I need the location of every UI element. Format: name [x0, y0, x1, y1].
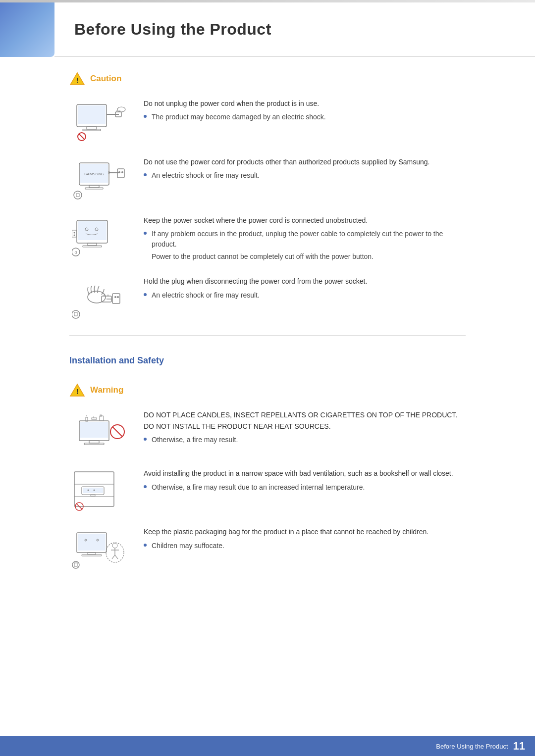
svg-rect-71: [78, 534, 106, 551]
caution-block-2-main: Do not use the power cord for products o…: [144, 156, 466, 167]
caution-block-1-text: Do not unplug the power cord when the pr…: [144, 98, 466, 124]
install-block-3: Keep the plastic packaging bag for the p…: [69, 526, 466, 571]
warning-label: Warning: [90, 385, 123, 395]
caution-icon: !: [69, 72, 85, 86]
install-block-3-bullet-1: Children may suffocate.: [144, 541, 466, 551]
section-divider: [69, 335, 466, 336]
install-block-2-text: Avoid installing the product in a narrow…: [144, 468, 466, 494]
svg-point-44: [72, 310, 80, 318]
svg-rect-49: [80, 422, 108, 438]
svg-text:!: !: [76, 76, 79, 84]
caution-label: Caution: [90, 74, 121, 84]
svg-point-66: [94, 489, 95, 491]
bullet-dot: [144, 544, 147, 547]
install-block-2-main: Avoid installing the product in a narrow…: [144, 468, 466, 479]
caution-block-2: SAMSUNG Do not use the power cord for pr…: [69, 156, 466, 201]
svg-point-41: [114, 296, 116, 298]
install-block-3-bullet-text-1: Children may suffocate.: [152, 541, 224, 551]
install-block-3-text: Keep the plastic packaging bag for the p…: [144, 526, 466, 553]
svg-text:0: 0: [74, 250, 77, 255]
install-block-1-bullet-1: Otherwise, a fire may result.: [144, 435, 466, 445]
svg-line-83: [115, 555, 118, 559]
caution-image-1: [69, 98, 129, 143]
svg-rect-57: [84, 443, 104, 445]
footer: Before Using the Product 11: [0, 736, 535, 756]
svg-rect-54: [100, 416, 104, 421]
svg-point-21: [121, 171, 123, 173]
caution-block-1: Do not unplug the power cord when the pr…: [69, 98, 466, 143]
caution-image-4: [69, 276, 129, 320]
caution-image-2: SAMSUNG: [69, 156, 129, 201]
page-title: Before Using the Product: [74, 20, 271, 39]
install-block-2-bullet-text-1: Otherwise, a fire may result due to an i…: [152, 482, 365, 493]
caution-block-4-text: Hold the plug when disconnecting the pow…: [144, 276, 466, 302]
svg-rect-3: [78, 105, 106, 124]
svg-point-23: [74, 191, 82, 199]
svg-rect-64: [83, 488, 103, 493]
page-number: 11: [513, 740, 525, 753]
caution-block-3-text: Keep the power socket where the power co…: [144, 215, 466, 262]
caution-block-3: 0 Keep the power socket where the power …: [69, 215, 466, 262]
bullet-dot: [144, 438, 147, 441]
caution-block-4-bullet-1: An electric shock or fire may result.: [144, 290, 466, 301]
svg-line-12: [79, 134, 85, 140]
svg-line-82: [112, 555, 115, 559]
header-container: Before Using the Product: [0, 2, 535, 57]
svg-text:!: !: [76, 388, 79, 396]
caution-block-3-bullet-1: If any problem occurs in the product, un…: [144, 229, 466, 250]
svg-point-20: [118, 171, 120, 173]
bullet-dot: [144, 173, 147, 176]
svg-rect-17: [85, 188, 103, 189]
svg-rect-24: [76, 194, 79, 197]
caution-block-4: Hold the plug when disconnecting the pow…: [69, 276, 466, 320]
svg-rect-5: [83, 129, 101, 131]
install-block-1-text: DO NOT PLACE CANDLES, INSECT REPELLANTS …: [144, 409, 466, 447]
caution-block-4-main: Hold the plug when disconnecting the pow…: [144, 276, 466, 287]
caution-block-1-bullet-1: The product may become damaged by an ele…: [144, 112, 466, 122]
header-title-area: Before Using the Product: [54, 2, 535, 57]
svg-point-33: [74, 234, 75, 236]
caution-block-3-bullet-text-1: If any problem occurs in the product, un…: [152, 229, 466, 250]
install-block-1-main: DO NOT PLACE CANDLES, INSECT REPELLANTS …: [144, 409, 466, 432]
blue-accent-decoration: [0, 2, 54, 57]
svg-line-59: [112, 427, 122, 437]
warning-section-heading: ! Warning: [69, 383, 466, 397]
bullet-dot: [144, 485, 147, 488]
install-block-2: Avoid installing the product in a narrow…: [69, 468, 466, 512]
bullet-dot: [144, 232, 147, 235]
caution-image-3: 0: [69, 215, 129, 259]
install-image-1: [69, 409, 129, 454]
install-image-3: [69, 526, 129, 571]
main-content: ! Caution D: [0, 72, 535, 605]
svg-rect-40: [112, 294, 120, 303]
caution-block-2-bullet-text-1: An electric shock or fire may result.: [152, 170, 260, 181]
install-block-1: DO NOT PLACE CANDLES, INSECT REPELLANTS …: [69, 409, 466, 454]
install-block-2-bullet-1: Otherwise, a fire may result due to an i…: [144, 482, 466, 493]
caution-block-3-subtext: Power to the product cannot be completel…: [152, 252, 466, 262]
warning-icon: !: [69, 383, 85, 397]
caution-section-heading: ! Caution: [69, 72, 466, 86]
caution-block-1-bullet-text-1: The product may become damaged by an ele…: [152, 112, 326, 122]
svg-rect-30: [83, 246, 102, 247]
svg-point-65: [88, 489, 89, 491]
bullet-dot: [144, 115, 147, 118]
caution-block-3-main: Keep the power socket where the power co…: [144, 215, 466, 226]
svg-rect-77: [82, 554, 102, 556]
svg-rect-85: [74, 563, 77, 566]
svg-point-42: [117, 296, 119, 298]
svg-rect-45: [74, 312, 77, 316]
svg-point-84: [72, 561, 79, 568]
caution-block-2-bullet-1: An electric shock or fire may result.: [144, 170, 466, 181]
caution-block-4-bullet-text-1: An electric shock or fire may result.: [152, 290, 260, 301]
install-block-1-bullet-text-1: Otherwise, a fire may result.: [152, 435, 238, 445]
caution-block-2-text: Do not use the power cord for products o…: [144, 156, 466, 183]
install-block-3-main: Keep the plastic packaging bag for the p…: [144, 526, 466, 537]
bullet-dot: [144, 293, 147, 296]
installation-section-title: Installation and Safety: [69, 355, 466, 368]
svg-point-79: [112, 543, 117, 548]
svg-rect-52: [92, 418, 97, 419]
svg-point-32: [74, 232, 75, 233]
caution-block-1-main: Do not unplug the power cord when the pr…: [144, 98, 466, 109]
footer-label: Before Using the Product: [436, 743, 508, 750]
svg-rect-26: [78, 221, 107, 240]
